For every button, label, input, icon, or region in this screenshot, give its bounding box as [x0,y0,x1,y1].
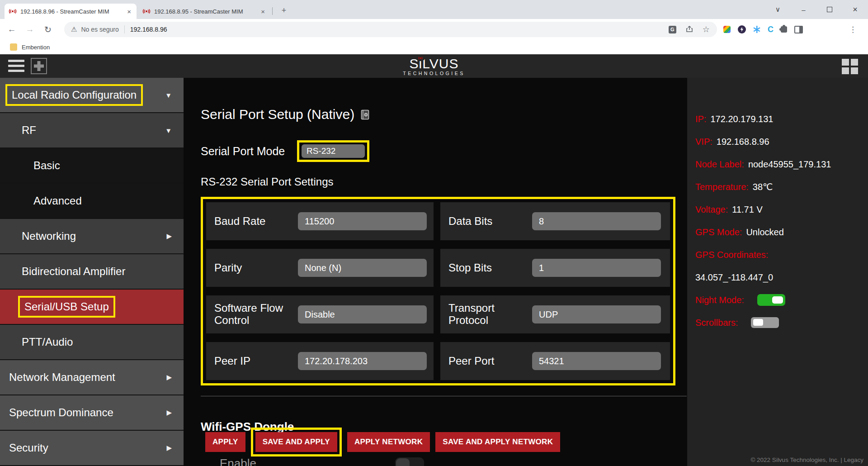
baud-rate-row: Baud Rate 115200 [206,202,434,240]
sidebar-item-basic[interactable]: Basic [0,148,184,184]
restore-icon [827,7,832,12]
info-row-ip: IP: 172.20.179.131 [695,108,868,130]
info-row-night-mode: Night Mode: [695,289,868,311]
chevron-right-icon: ▶ [166,232,172,240]
stop-bits-row: Stop Bits 1 [440,249,670,287]
side-panel-icon[interactable] [794,26,803,33]
sidebar-nav: Local Radio Configuration ▼ RF ▼ Basic A… [0,78,184,466]
tab-streamcaster-96[interactable]: 192.168.8.96 - StreamCaster MIM × [5,4,137,19]
transport-protocol-select[interactable]: UDP [532,305,661,323]
highlight-box: Local Radio Configuration [5,84,143,106]
snowflake-extension-icon[interactable] [753,26,760,33]
share-icon[interactable] [685,25,693,34]
info-row-scrollbars: Scrollbars: [695,311,868,334]
apply-network-button[interactable]: APPLY NETWORK [347,432,430,452]
info-row-gps-coordinates: GPS Coordinates: [695,243,868,266]
bolt-extension-icon[interactable] [738,25,746,33]
info-row-gps-coordinates-value: 34.057_-118.447_0 [695,266,868,289]
parity-select[interactable]: None (N) [298,259,427,277]
new-tab-button[interactable]: + [278,5,290,17]
tab-search-chevron-icon[interactable]: ∨ [765,0,791,19]
minimize-button[interactable]: – [791,0,816,19]
apply-button[interactable]: APPLY [205,432,245,452]
chevron-right-icon: ▶ [166,444,172,452]
omnibox-divider [124,25,125,33]
peer-ip-row: Peer IP 172.20.178.203 [206,342,434,380]
close-icon[interactable]: × [259,8,266,15]
info-row-node-label: Node Label: node45955_179.131 [695,153,868,176]
serial-port-mode-select[interactable]: RS-232 [302,144,365,158]
page-title: Serial Port Setup (Native) [201,107,687,122]
sidebar-item-security[interactable]: Security ▶ [0,431,184,466]
enable-toggle[interactable] [395,457,424,466]
sidebar-item-serial-usb-setup[interactable]: Serial/USB Setup [0,290,184,325]
layout-grid-icon[interactable] [842,59,858,74]
serial-port-mode-label: Serial Port Mode [201,145,297,158]
tab-title: 192.168.8.96 - StreamCaster MIM [20,8,123,15]
sidebar-item-local-radio-configuration[interactable]: Local Radio Configuration ▼ [0,78,184,113]
sidebar-item-networking[interactable]: Networking ▶ [0,219,184,254]
sidebar-item-ptt-audio[interactable]: PTT/Audio [0,325,184,360]
radio-favicon [9,9,17,14]
manual-book-icon[interactable] [361,109,369,120]
peer-port-input[interactable]: 54321 [532,352,661,370]
chevron-right-icon: ▶ [166,373,172,381]
main-content: Serial Port Setup (Native) Serial Port M… [184,78,687,466]
browser-menu-icon[interactable]: ⋮ [849,25,857,34]
scrollbars-toggle[interactable] [751,317,779,328]
transport-protocol-row: Transport Protocol UDP [440,295,670,333]
extensions-puzzle-icon[interactable] [781,26,787,33]
silvus-page: SiLVUS TECHNOLOGIES Local Radio Configur… [0,54,868,466]
sidebar-item-spectrum-dominance[interactable]: Spectrum Dominance ▶ [0,395,184,431]
save-and-apply-button[interactable]: SAVE AND APPLY [255,432,337,452]
radio-favicon [142,9,151,14]
page-header: SiLVUS TECHNOLOGIES [0,54,868,78]
baud-rate-select[interactable]: 115200 [298,212,427,230]
photos-extension-icon[interactable] [723,26,731,33]
sidebar-item-network-management[interactable]: Network Management ▶ [0,360,184,395]
forward-button[interactable]: → [21,24,39,34]
sidebar-item-advanced[interactable]: Advanced [0,184,184,219]
close-window-button[interactable]: × [842,0,868,19]
reload-button[interactable]: ↻ [39,24,57,35]
translate-icon[interactable]: G [669,26,676,33]
node-info-panel: IP: 172.20.179.131 VIP: 192.168.8.96 Nod… [687,78,868,466]
info-row-voltage: Voltage: 11.71 V [695,198,868,221]
highlight-box: SAVE AND APPLY [251,428,342,456]
stop-bits-select[interactable]: 1 [532,259,661,277]
url-text[interactable]: 192.168.8.96 [130,26,167,33]
info-row-vip: VIP: 192.168.8.96 [695,130,868,153]
info-row-gps-mode: GPS Mode: Unlocked [695,221,868,243]
browser-toolbar: ← → ↻ ⚠ No es seguro 192.168.8.96 G ☆ C … [0,19,868,40]
rs232-settings-heading: RS-232 Serial Port Settings [201,176,687,188]
security-label: No es seguro [81,26,118,33]
tab-streamcaster-95[interactable]: 192.168.8.95 - StreamCaster MIM × [138,4,270,19]
browser-titlebar: 192.168.8.96 - StreamCaster MIM × 192.16… [0,0,868,19]
bookmark-star-icon[interactable]: ☆ [703,25,710,33]
tab-separator [272,7,273,15]
peer-port-row: Peer Port 54321 [440,342,670,380]
close-icon[interactable]: × [126,8,132,15]
wifi-gps-enable-row: Enable [201,456,687,466]
c-extension-icon[interactable]: C [768,25,774,33]
save-and-apply-network-button[interactable]: SAVE AND APPLY NETWORK [435,432,560,452]
data-bits-select[interactable]: 8 [532,212,661,230]
night-mode-toggle[interactable] [757,294,785,306]
silvus-logo: SiLVUS TECHNOLOGIES [0,57,868,76]
section-divider [201,396,687,396]
chevron-right-icon: ▶ [166,409,172,417]
bookmark-favicon [10,43,17,51]
software-flow-control-select[interactable]: Disable [298,305,427,323]
peer-ip-input[interactable]: 172.20.178.203 [298,352,427,370]
parity-row: Parity None (N) [206,249,434,287]
sidebar-item-rf[interactable]: RF ▼ [0,113,184,148]
bookmark-embention[interactable]: Embention [22,44,50,51]
not-secure-warning-icon[interactable]: ⚠ [71,25,77,33]
back-button[interactable]: ← [3,24,21,34]
software-flow-control-row: Software Flow Control Disable [206,295,434,333]
sidebar-item-bidirectional-amplifier[interactable]: Bidirectional Amplifier [0,254,184,290]
restore-button[interactable] [816,0,842,19]
address-bar[interactable]: ⚠ No es seguro 192.168.8.96 G ☆ [64,22,717,37]
bookmarks-bar: Embention [0,40,868,54]
action-buttons-row: APPLY SAVE AND APPLY APPLY NETWORK SAVE … [205,432,687,452]
